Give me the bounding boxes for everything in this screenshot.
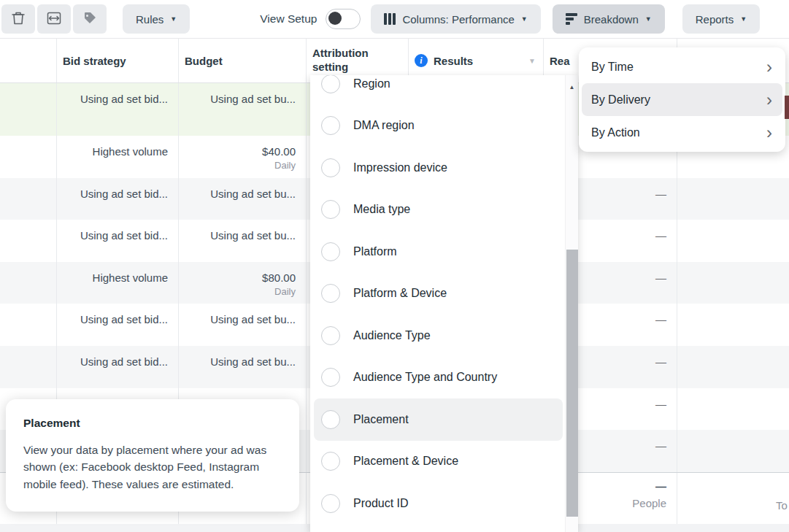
toolbar: Rules ▼ View Setup Columns: Performance … <box>0 0 789 38</box>
header-results-label: Results <box>434 55 473 67</box>
menu-item-impression-device[interactable]: Impression device <box>310 147 565 189</box>
budget-period-label: Daily <box>185 286 296 297</box>
breakdown-button-label: Breakdown <box>584 13 639 26</box>
chevron-down-icon: ▼ <box>645 16 652 23</box>
breakdown-options-list: Region DMA region Impression device Medi… <box>310 75 565 525</box>
menu-item-label: Platform & Device <box>353 287 447 300</box>
reports-button[interactable]: Reports ▼ <box>682 4 760 34</box>
menu-item-placement-device[interactable]: Placement & Device <box>310 441 565 483</box>
info-icon[interactable]: i <box>415 54 428 67</box>
summary-total-label: To <box>776 499 788 512</box>
columns-button-label: Columns: Performance <box>402 13 514 26</box>
toggle-knob <box>328 12 342 25</box>
sort-caret-icon[interactable]: ▼ <box>528 57 536 65</box>
bid-strategy-cell: Using ad set bid... <box>57 220 179 262</box>
submenu-item-label: By Action <box>591 126 640 139</box>
menu-item-region[interactable]: Region <box>310 75 565 105</box>
menu-item-label: Platform <box>353 245 397 258</box>
bid-strategy-cell: Using ad set bid... <box>57 346 179 388</box>
menu-item-label: Audience Type <box>353 329 431 342</box>
budget-cell: Using ad set bu... <box>179 220 307 262</box>
columns-icon <box>384 13 396 25</box>
header-budget[interactable]: Budget <box>179 39 307 82</box>
menu-item-audience-type[interactable]: Audience Type <box>310 315 565 357</box>
radio-icon[interactable] <box>321 284 340 303</box>
page-scrollbar-thumb[interactable] <box>785 96 789 119</box>
bid-strategy-cell: Using ad set bid... <box>57 83 179 136</box>
budget-cell: Using ad set bu... <box>179 304 307 346</box>
radio-icon[interactable] <box>321 75 340 93</box>
menu-item-label: Audience Type and Country <box>353 371 497 384</box>
submenu-item-by-time[interactable]: By Time › <box>582 50 782 83</box>
breakdown-button[interactable]: Breakdown ▼ <box>553 4 665 34</box>
radio-icon[interactable] <box>321 452 340 471</box>
menu-item-platform-device[interactable]: Platform & Device <box>310 273 565 315</box>
radio-icon[interactable] <box>321 494 340 513</box>
radio-icon[interactable] <box>321 242 340 261</box>
bid-strategy-cell: Using ad set bid... <box>57 304 179 346</box>
budget-cell: Using ad set bu... <box>179 83 307 136</box>
radio-icon[interactable] <box>321 326 340 345</box>
radio-icon[interactable] <box>321 158 340 177</box>
tag-icon <box>82 11 97 28</box>
tooltip-title: Placement <box>23 417 280 430</box>
menu-item-label: Placement <box>353 413 409 426</box>
rules-button[interactable]: Rules ▼ <box>123 4 190 34</box>
budget-cell: $40.00Daily <box>179 136 307 178</box>
scroll-up-arrow-icon[interactable]: ▲ <box>566 84 578 90</box>
menu-item-placement[interactable]: Placement <box>314 398 563 441</box>
submenu-item-by-action[interactable]: By Action › <box>582 116 782 149</box>
menu-item-dma-region[interactable]: DMA region <box>310 105 565 147</box>
header-select-column <box>0 39 57 82</box>
bid-strategy-cell: Using ad set bid... <box>57 178 179 220</box>
tooltip-body: View your data by placement where your a… <box>23 442 273 493</box>
menu-item-label: Placement & Device <box>353 455 458 468</box>
budget-cell: Using ad set bu... <box>179 346 307 388</box>
menu-item-label: Region <box>353 77 390 90</box>
menu-item-audience-type-country[interactable]: Audience Type and Country <box>310 357 565 399</box>
ads-manager-screen: Rules ▼ View Setup Columns: Performance … <box>0 0 789 532</box>
menu-item-product-id[interactable]: Product ID <box>310 482 565 525</box>
menu-item-label: Media type <box>353 203 410 216</box>
header-bid-strategy[interactable]: Bid strategy <box>57 39 179 82</box>
breakdown-options-dropdown: Region DMA region Impression device Medi… <box>310 75 578 532</box>
radio-icon[interactable] <box>321 368 340 387</box>
breakdown-submenu: By Time › By Delivery › By Action › <box>579 47 785 152</box>
submenu-item-by-delivery[interactable]: By Delivery › <box>582 83 782 116</box>
budget-cell: Using ad set bu... <box>179 178 307 220</box>
swap-arrows-icon <box>47 12 61 27</box>
view-setup-toggle[interactable] <box>326 9 361 29</box>
bid-strategy-cell: Highest volume <box>57 262 179 304</box>
tag-button[interactable] <box>73 4 107 34</box>
columns-button[interactable]: Columns: Performance ▼ <box>371 4 540 34</box>
delete-button[interactable] <box>1 4 35 34</box>
radio-icon[interactable] <box>321 200 340 219</box>
chevron-down-icon: ▼ <box>170 16 177 23</box>
menu-item-platform[interactable]: Platform <box>310 231 565 273</box>
summary-reach-value: — <box>655 480 666 493</box>
dropdown-scrollbar[interactable]: ▲ <box>565 75 578 532</box>
trash-icon <box>12 11 25 27</box>
budget-cell: $80.00Daily <box>179 262 307 304</box>
reports-button-label: Reports <box>696 13 734 26</box>
submenu-item-label: By Delivery <box>591 93 650 107</box>
view-setup-label: View Setup <box>260 12 317 26</box>
menu-item-media-type[interactable]: Media type <box>310 189 565 231</box>
submenu-item-label: By Time <box>591 61 634 74</box>
chevron-down-icon: ▼ <box>740 16 747 23</box>
chevron-down-icon: ▼ <box>521 16 528 23</box>
ab-test-button[interactable] <box>37 4 71 34</box>
menu-item-label: DMA region <box>353 119 415 132</box>
radio-icon[interactable] <box>321 116 340 135</box>
rules-button-label: Rules <box>136 13 163 26</box>
budget-period-label: Daily <box>185 160 296 171</box>
bid-strategy-cell: Highest volume <box>57 136 179 178</box>
placement-tooltip: Placement View your data by placement wh… <box>6 399 299 512</box>
radio-icon[interactable] <box>321 410 340 429</box>
menu-item-label: Impression device <box>353 161 447 174</box>
breakdown-icon <box>566 13 577 25</box>
dropdown-scrollbar-thumb[interactable] <box>566 250 578 517</box>
menu-item-label: Product ID <box>353 497 409 510</box>
